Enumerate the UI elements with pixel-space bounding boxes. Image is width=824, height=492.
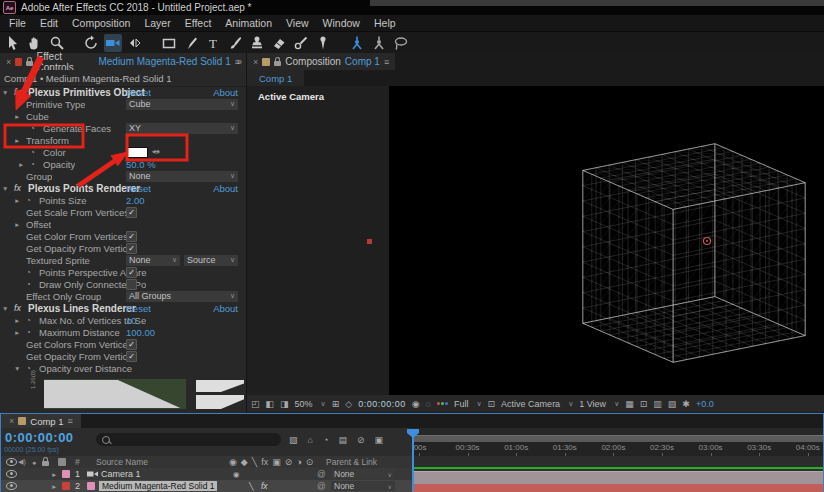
- transparency-grid-icon[interactable]: ▦: [625, 399, 634, 409]
- property-value[interactable]: 2.00: [126, 195, 145, 206]
- menu-help[interactable]: Help: [367, 17, 403, 29]
- close-icon[interactable]: ×: [6, 57, 11, 67]
- ec-row-get-scale-from-vertices[interactable]: Get Scale From Vertices✓: [0, 206, 246, 218]
- close-icon[interactable]: ×: [9, 416, 14, 426]
- menu-file[interactable]: File: [2, 17, 33, 29]
- reset-link[interactable]: Reset: [126, 183, 151, 194]
- panel-menu-icon[interactable]: ≡: [384, 57, 389, 67]
- ec-row-opacity-over-distance[interactable]: ▼◔Opacity over Distance: [0, 362, 246, 374]
- ec-row-get-opacity-from-vertices[interactable]: Get Opacity From Vertices✓: [0, 350, 246, 362]
- ec-row-group[interactable]: GroupNone∨: [0, 170, 246, 182]
- timeline-ruler-zone[interactable]: :00s00:30s01:00s01:30s02:00s02:30s03:00s…: [412, 428, 823, 456]
- stopwatch-icon[interactable]: ◔: [26, 280, 39, 289]
- twirl-icon[interactable]: ►: [14, 113, 26, 120]
- ec-row-plexus-primitives-object[interactable]: ▼fxPlexus Primitives ObjectResetAbout: [0, 86, 246, 98]
- camera-layer-bar[interactable]: [412, 471, 823, 485]
- checkbox[interactable]: ✓: [126, 267, 137, 278]
- rectangle-tool-icon[interactable]: [160, 34, 178, 52]
- zoom-tool-icon[interactable]: [48, 34, 66, 52]
- draft-3d-icon[interactable]: ⌂: [308, 435, 313, 445]
- lock-icon[interactable]: [274, 61, 281, 66]
- unified-camera-tool-icon[interactable]: [104, 34, 122, 52]
- hide-shy-layers-icon[interactable]: ◔: [323, 435, 328, 445]
- ec-row-opacity[interactable]: ►◔Opacity50.0 %: [0, 158, 246, 170]
- composition-viewer[interactable]: Active Camera: [247, 86, 824, 395]
- checkbox[interactable]: ✓: [126, 243, 137, 254]
- dropdown-primitive-type[interactable]: Cube∨: [126, 99, 238, 110]
- source-name-column[interactable]: Source Name: [96, 456, 148, 468]
- ec-row-plexus-points-renderer[interactable]: ▼fxPlexus Points RendererResetAbout: [0, 182, 246, 194]
- ec-row-get-colors-from-vertices[interactable]: Get Colors From Vertices✓: [0, 338, 246, 350]
- pan-behind-tool-icon[interactable]: [126, 34, 144, 52]
- graph-editor-icon[interactable]: ▣: [374, 435, 383, 445]
- motion-blur-icon[interactable]: ⊘: [357, 435, 365, 445]
- property-value[interactable]: 50.0 %: [126, 159, 156, 170]
- parent-select[interactable]: None∨: [331, 481, 395, 491]
- take-snapshot-icon[interactable]: ◉: [412, 399, 420, 409]
- motion-blur-icon[interactable]: ⊘: [285, 457, 293, 467]
- label-color-chip[interactable]: [62, 470, 70, 478]
- pickwhip-icon[interactable]: @: [317, 480, 326, 492]
- frame-blend-icon[interactable]: ▣: [272, 457, 281, 467]
- dropdown-group[interactable]: None∨: [126, 171, 238, 182]
- twirl-icon[interactable]: ►: [14, 221, 26, 228]
- timeline-tab[interactable]: × Comp 1 ≡: [1, 414, 81, 428]
- twirl-icon[interactable]: ►: [14, 329, 26, 336]
- checkbox[interactable]: ✓: [126, 351, 137, 362]
- property-value[interactable]: 10: [126, 315, 137, 326]
- twirl-icon[interactable]: ►: [14, 317, 26, 324]
- magnification-ratio[interactable]: 50%: [295, 399, 313, 409]
- twirl-icon[interactable]: ►: [51, 480, 57, 492]
- resolution-select[interactable]: Full: [454, 399, 469, 409]
- dropdown-effect-only-group[interactable]: All Groups∨: [126, 291, 238, 302]
- stopwatch-icon[interactable]: ◔: [30, 124, 43, 133]
- ec-row-max-no-of-vertices-to-se[interactable]: ►◔Max No. of Vertices to Se10: [0, 314, 246, 326]
- current-view-icon[interactable]: ⊡: [640, 399, 648, 409]
- view-layout-select[interactable]: 1 View: [579, 399, 606, 409]
- ec-row-maximum-distance[interactable]: ►◔Maximum Distance100.00: [0, 326, 246, 338]
- puppet-pin-tool-icon[interactable]: [314, 34, 332, 52]
- menu-edit[interactable]: Edit: [33, 17, 65, 29]
- checkbox[interactable]: ✓: [126, 207, 137, 218]
- eraser-tool-icon[interactable]: [270, 34, 288, 52]
- ec-row-transform[interactable]: ►Transform: [0, 134, 246, 146]
- effect-controls-tab[interactable]: × Effect Controls Medium Magenta-Red Sol…: [0, 53, 246, 70]
- about-link[interactable]: About: [213, 303, 238, 314]
- quality-icon[interactable]: ╲: [252, 457, 257, 467]
- show-snapshot-icon[interactable]: ◌: [426, 399, 431, 409]
- ec-row-offset[interactable]: ►Offset: [0, 218, 246, 230]
- collapse-icon[interactable]: ◆: [241, 457, 248, 467]
- checkbox[interactable]: ✓: [126, 231, 137, 242]
- pen-tool-icon[interactable]: [182, 34, 200, 52]
- twirl-icon[interactable]: ►: [18, 161, 30, 168]
- twirl-icon[interactable]: ▼: [2, 185, 14, 192]
- comp-subtab[interactable]: Comp 1: [247, 70, 304, 86]
- fx-icon[interactable]: fx: [261, 457, 268, 467]
- menu-effect[interactable]: Effect: [178, 17, 219, 29]
- menu-animation[interactable]: Animation: [218, 17, 279, 29]
- reset-link[interactable]: Reset: [126, 87, 151, 98]
- ec-row-color[interactable]: ◔Color✏: [0, 146, 246, 158]
- ec-row-textured-sprite[interactable]: Textured SpriteNone∨Source∨: [0, 254, 246, 266]
- main-monitor-icon[interactable]: ◧: [266, 399, 275, 409]
- opacity-over-distance-graph[interactable]: 1.26(0): [0, 377, 246, 411]
- always-preview-icon[interactable]: ◰: [251, 399, 260, 409]
- composition-tab[interactable]: × Composition Comp 1 ≡: [247, 53, 395, 70]
- shy-icon[interactable]: ◉: [229, 457, 237, 467]
- stopwatch-icon[interactable]: ◔: [26, 316, 39, 325]
- stopwatch-icon[interactable]: ◔: [30, 148, 43, 157]
- layer-name-selected[interactable]: Medium Magenta-Red Solid 1: [99, 481, 217, 491]
- menu-view[interactable]: View: [279, 17, 316, 29]
- fx-switch-icon[interactable]: fx: [261, 481, 268, 491]
- menu-composition[interactable]: Composition: [65, 17, 137, 29]
- adjustment-icon[interactable]: ◑: [296, 457, 301, 467]
- ec-row-points-perspective-aware[interactable]: ◔Points Perspective Aware✓: [0, 266, 246, 278]
- about-link[interactable]: About: [213, 183, 238, 194]
- exposure-value[interactable]: +0.0: [696, 399, 714, 409]
- viewer-timecode[interactable]: 0:00:00:00: [358, 399, 406, 409]
- ec-row-draw-only-connected-po[interactable]: ◔Draw Only Connected Po: [0, 278, 246, 290]
- layer-row-solid[interactable]: ► 2 Medium Magenta-Red Solid 1 ╲ fx @ No…: [1, 480, 412, 492]
- track-area[interactable]: [412, 468, 823, 491]
- hand-tool-icon[interactable]: [26, 34, 44, 52]
- lock-icon[interactable]: [26, 61, 32, 66]
